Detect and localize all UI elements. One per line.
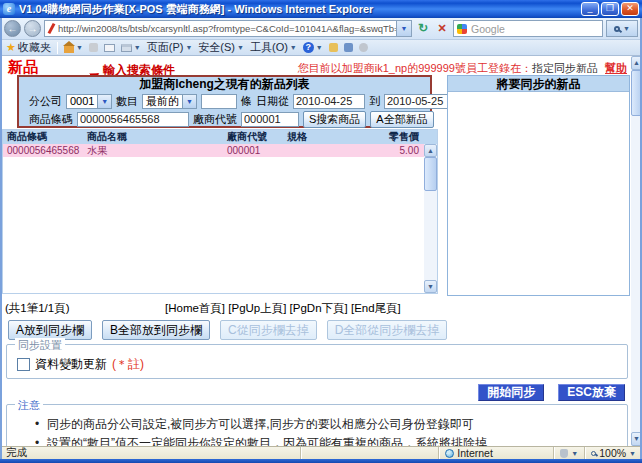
favorites-star-icon: ★: [6, 41, 16, 54]
scrollbar-thumb[interactable]: [424, 157, 437, 191]
chevron-down-icon: ▼: [571, 450, 578, 457]
date-to-label: 到: [369, 94, 380, 109]
col-spec: 規格: [287, 130, 352, 144]
tools-menu[interactable]: 工具(O)▼: [250, 40, 297, 55]
vendor-label: 廠商代號: [193, 112, 237, 127]
pagination-info: (共1筆1/1頁): [5, 301, 70, 316]
scroll-down-icon[interactable]: ▼: [424, 280, 437, 293]
filter-row-2: 商品條碼 廠商代號 S搜索商品 A全部新品: [19, 110, 430, 128]
vendor-input[interactable]: [241, 112, 299, 127]
feeds-button[interactable]: [89, 43, 98, 52]
address-field[interactable]: http://win2008/ts/btsb/xcarsynltl.asp?fr…: [44, 20, 412, 37]
product-table: 商品條碼 商品名稱 廠商代號 規格 零售價 0000056465568 水果 0…: [2, 129, 438, 294]
add-all-to-sync-button[interactable]: B全部放到同步欄: [102, 320, 210, 340]
note-item: •設置的“數目”值不一定能同步你設定的數目，因為可能有重複的商品，系統將排除掉: [35, 435, 487, 446]
action-button-row: A放到同步欄 B全部放到同步欄 C從同步欄去掉 D全部從同步欄去掉: [8, 320, 447, 340]
scroll-up-icon[interactable]: ▲: [424, 144, 437, 157]
confirm-button-row: 開始同步 ESC放棄: [478, 384, 625, 401]
chevron-down-icon: ▼: [629, 450, 636, 457]
count-select[interactable]: 最前的 ▼: [142, 94, 197, 109]
login-info: 您目前以加盟商ik1_np的999999號員工登錄在：指定同步新品 幫助: [298, 61, 627, 76]
remove-all-from-sync-button: D全部從同步欄去掉: [327, 320, 448, 340]
status-text: 完成: [6, 446, 27, 460]
address-dropdown-icon[interactable]: ▼: [396, 21, 411, 36]
table-row[interactable]: 0000056465568 水果 000001 5.00: [3, 144, 437, 157]
back-button[interactable]: ←: [4, 20, 21, 37]
minimize-button[interactable]: _: [581, 2, 599, 16]
extra-tool-button-3[interactable]: [359, 43, 368, 52]
internet-globe-icon: [445, 449, 454, 458]
col-price: 零售價: [352, 130, 422, 144]
print-button[interactable]: ▼: [121, 44, 141, 52]
search-products-button[interactable]: S搜索商品: [303, 111, 366, 128]
esc-cancel-button[interactable]: ESC放棄: [558, 384, 625, 401]
note-item: •同步的商品分公司設定,被同步方可以選擇,同步方的要以相應分公司身份登錄即可: [35, 416, 487, 433]
zoom-level: 100%: [599, 447, 626, 459]
login-action-text: 指定同步新品: [532, 62, 598, 74]
safety-menu[interactable]: 安全(S)▼: [198, 40, 244, 55]
search-panel-header: 加盟商lcheng之現有的新品列表: [19, 77, 430, 92]
restore-button[interactable]: ❐: [601, 2, 619, 16]
search-input[interactable]: Google: [453, 20, 603, 37]
mail-button[interactable]: [104, 44, 115, 52]
date-to-input[interactable]: [384, 94, 456, 109]
start-sync-button[interactable]: 開始同步: [478, 384, 544, 401]
pagination-nav[interactable]: [Home首頁] [PgUp上頁] [PgDn下頁] [End尾頁]: [165, 301, 401, 316]
forward-button[interactable]: →: [24, 20, 41, 37]
home-icon: [64, 46, 74, 53]
printer-icon: [121, 44, 132, 52]
zoom-magnifier-icon: [591, 451, 596, 456]
title-bar: e V1.04購物網同步作業[X-POS 雲端商務網] - Windows In…: [0, 0, 642, 18]
branch-label: 分公司: [29, 94, 62, 109]
filter-row-1: 分公司 0001 ▼ 數目 最前的 ▼ 條 日期從 到: [19, 92, 430, 110]
data-update-checkbox[interactable]: [17, 358, 30, 371]
help-menu[interactable]: ?▼: [303, 42, 323, 53]
close-button[interactable]: ✕: [621, 2, 639, 16]
notes-legend: 注意: [15, 398, 43, 413]
barcode-label: 商品條碼: [29, 112, 73, 127]
window-bottom-border: [0, 459, 642, 463]
sync-settings-legend: 同步設置: [15, 338, 65, 353]
extra-tool-button-1[interactable]: [329, 43, 338, 52]
separator: [57, 42, 58, 54]
count-input[interactable]: [201, 94, 237, 109]
help-icon: ?: [303, 42, 314, 53]
shield-icon: [560, 449, 568, 458]
tool-icon: [344, 43, 353, 52]
home-button[interactable]: ▼: [64, 43, 83, 53]
branch-select[interactable]: 0001 ▼: [66, 94, 112, 109]
add-to-sync-button[interactable]: A放到同步欄: [8, 320, 92, 340]
url-text[interactable]: http://win2008/ts/btsb/xcarsynltl.asp?fr…: [58, 23, 396, 34]
help-link[interactable]: 幫助: [605, 62, 627, 74]
sync-target-panel: 將要同步的新品: [447, 75, 630, 296]
status-bar: 完成 Internet ▼ 100% ▼: [0, 446, 642, 459]
date-from-input[interactable]: [293, 94, 365, 109]
search-panel: 加盟商lcheng之現有的新品列表 分公司 0001 ▼ 數目 最前的 ▼ 條 …: [17, 75, 432, 128]
feed-icon: [89, 43, 98, 52]
table-scrollbar[interactable]: ▲ ▼: [424, 144, 437, 293]
col-vendor: 廠商代號: [227, 130, 287, 144]
favorites-button[interactable]: ★ 收藏夹: [6, 40, 51, 55]
barcode-input[interactable]: [77, 112, 189, 127]
refresh-button[interactable]: ↻: [415, 20, 431, 37]
all-new-products-button[interactable]: A全部新品: [370, 111, 433, 128]
protected-mode-pane[interactable]: ▼: [553, 447, 584, 459]
data-update-label: 資料變動更新: [35, 356, 107, 373]
chevron-down-icon: ▼: [97, 95, 111, 108]
zoom-control[interactable]: 100% ▼: [584, 447, 642, 459]
remove-from-sync-button: C從同步欄去掉: [220, 320, 317, 340]
data-update-option: 資料變動更新 (＊註): [17, 356, 144, 373]
rows-unit-label: 條: [241, 94, 252, 109]
extra-tool-button-2[interactable]: [344, 43, 353, 52]
ie-logo-icon: e: [3, 3, 15, 15]
page-content: 新品 輸入搜索條件 您目前以加盟商ik1_np的999999號員工登錄在：指定同…: [0, 56, 631, 446]
search-go-button[interactable]: ▼: [606, 20, 638, 37]
window-left-border: [0, 18, 2, 459]
status-text-pane: 完成: [0, 447, 300, 459]
chevron-down-icon: ▼: [623, 25, 630, 32]
tool-icon: [359, 43, 368, 52]
page-menu[interactable]: 页面(P)▼: [147, 40, 193, 55]
stop-button[interactable]: ✕: [434, 20, 450, 37]
login-info-text: 您目前以加盟商ik1_np的999999號員工登錄在：: [298, 62, 532, 74]
magnifier-icon: [614, 26, 620, 32]
